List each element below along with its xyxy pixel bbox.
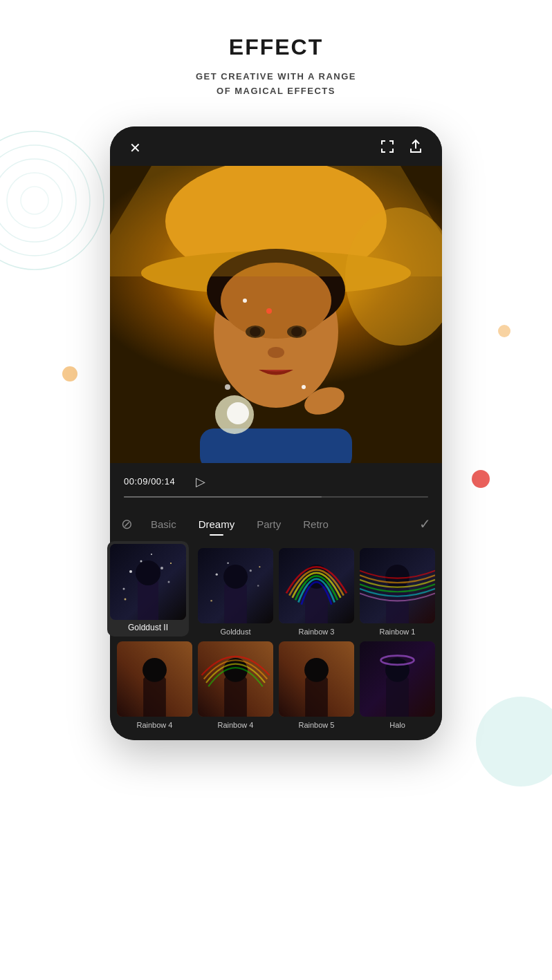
effect-label-rainbow1: Rainbow 1 (380, 628, 416, 636)
page-subtitle: GET CREATIVE WITH A RANGEOF MAGICAL EFFE… (14, 70, 538, 99)
effect-label-halo: Halo (389, 721, 405, 729)
svg-point-46 (385, 565, 410, 589)
effect-thumb-rainbow4a (117, 641, 192, 717)
effect-label-rainbow5: Rainbow 5 (299, 721, 335, 729)
effect-item-rainbow4b[interactable]: Rainbow 4 (198, 641, 273, 729)
svg-rect-16 (200, 428, 352, 463)
effect-thumb-rainbow5 (279, 641, 354, 717)
effect-item-rainbow1[interactable]: Rainbow 1 (360, 548, 435, 636)
svg-point-30 (168, 581, 170, 583)
svg-point-18 (266, 308, 272, 314)
effect-label-rainbow3: Rainbow 3 (299, 628, 335, 636)
svg-point-54 (385, 658, 410, 682)
fullscreen-icon[interactable] (380, 139, 395, 158)
svg-point-20 (302, 385, 306, 389)
timeline-controls: 00:09/00:14 ▷ (124, 474, 428, 489)
svg-point-27 (129, 570, 132, 573)
timeline-progress (124, 496, 322, 498)
svg-point-29 (160, 567, 163, 569)
tooltip-label: Golddust II (110, 620, 186, 634)
play-button[interactable]: ▷ (196, 474, 205, 489)
svg-point-15 (268, 347, 284, 358)
share-icon[interactable] (409, 139, 423, 158)
page-header: EFFECT GET CREATIVE WITH A RANGEOF MAGIC… (0, 0, 552, 120)
svg-point-37 (216, 573, 218, 575)
effect-item-rainbow4a[interactable]: Rainbow 4 (117, 641, 192, 729)
selected-tooltip: Golddust II (107, 541, 189, 637)
page-title: EFFECT (14, 35, 538, 60)
effect-thumb-rainbow1 (360, 548, 435, 623)
svg-point-41 (259, 566, 260, 567)
svg-point-26 (136, 560, 160, 585)
confirm-icon[interactable]: ✓ (419, 516, 431, 532)
effect-thumb-golddust (198, 548, 273, 623)
effect-item-golddust2[interactable]: Golddust II (117, 548, 192, 636)
effects-tabs: ⊘ Basic Dreamy Party Retro ✓ (110, 506, 442, 541)
topbar-right-icons (380, 139, 423, 158)
effect-thumb-rainbow3 (279, 548, 354, 623)
svg-point-38 (227, 562, 229, 564)
effect-label-rainbow4a: Rainbow 4 (137, 721, 173, 729)
close-icon[interactable]: ✕ (129, 140, 141, 156)
tab-party[interactable]: Party (246, 516, 292, 533)
effect-label-rainbow4b: Rainbow 4 (218, 721, 254, 729)
svg-point-39 (250, 569, 252, 572)
svg-point-48 (142, 658, 167, 682)
no-effect-icon[interactable]: ⊘ (121, 516, 133, 532)
svg-point-52 (304, 658, 329, 682)
svg-point-34 (125, 598, 127, 600)
svg-point-19 (243, 299, 247, 303)
tab-basic[interactable]: Basic (140, 516, 187, 533)
time-display: 00:09/00:14 (124, 476, 175, 487)
svg-point-40 (257, 585, 259, 587)
svg-point-23 (227, 402, 249, 424)
effect-item-rainbow5[interactable]: Rainbow 5 (279, 641, 354, 729)
effect-thumb-rainbow4b (198, 641, 273, 717)
tab-retro[interactable]: Retro (292, 516, 340, 533)
effects-grid: Golddust II (110, 541, 442, 740)
svg-point-32 (151, 554, 152, 555)
timeline-area: 00:09/00:14 ▷ (110, 463, 442, 506)
phone-topbar: ✕ (110, 126, 442, 166)
effect-item-halo[interactable]: Halo (360, 641, 435, 729)
tab-dreamy[interactable]: Dreamy (187, 516, 246, 533)
svg-point-21 (225, 384, 230, 390)
svg-point-14 (291, 327, 302, 337)
svg-point-33 (170, 563, 172, 564)
effect-item-rainbow3[interactable]: Rainbow 3 (279, 548, 354, 636)
effect-item-golddust[interactable]: Golddust (198, 548, 273, 636)
phone-mockup: ✕ (0, 120, 552, 740)
effect-label-golddust: Golddust (220, 628, 250, 636)
svg-point-42 (210, 600, 212, 602)
svg-point-36 (223, 565, 248, 589)
effect-thumb-golddust2-large (110, 544, 186, 620)
svg-point-28 (140, 560, 142, 562)
video-preview (110, 166, 442, 463)
svg-point-13 (250, 327, 261, 337)
effect-thumb-halo (360, 641, 435, 717)
phone-frame: ✕ (110, 126, 442, 740)
svg-point-31 (123, 587, 125, 590)
timeline-bar[interactable] (124, 496, 428, 498)
